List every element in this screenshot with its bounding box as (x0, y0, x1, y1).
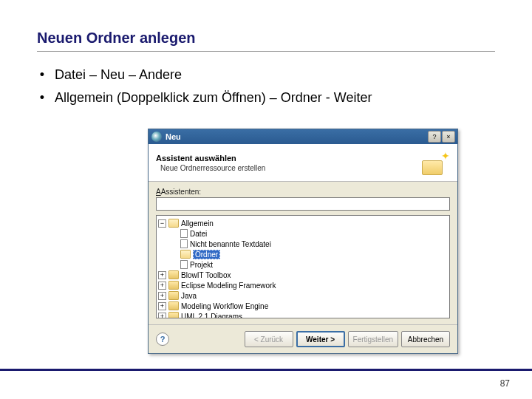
tree-item[interactable]: + Modeling Workflow Engine (158, 301, 448, 311)
tree-item-label: BlowIT Toolbox (181, 271, 231, 279)
expand-icon[interactable]: + (158, 282, 166, 290)
wizard-heading: Assistent auswählen (156, 154, 422, 163)
next-button[interactable]: Weiter > (296, 331, 345, 347)
wizard-banner-icon: ✦ (422, 150, 450, 175)
tree-item-label: UML 2.1 Diagrams (181, 313, 242, 319)
finish-button[interactable]: Fertigstellen (348, 331, 398, 347)
dialog-button-bar: ? < Zurück Weiter > Fertigstellen Abbrec… (149, 324, 457, 353)
dialog-titlebar[interactable]: Neu ? × (149, 129, 457, 144)
bullet-item: • Allgemein (Doppelklick zum Öffnen) – O… (37, 88, 495, 108)
tree-item[interactable]: + BlowIT Toolbox (158, 270, 448, 280)
wizard-banner: Assistent auswählen Neue Ordnerressource… (149, 144, 457, 182)
wizard-tree[interactable]: − Allgemein Datei Nicht benannte Textdat… (156, 215, 450, 318)
folder-open-icon (168, 219, 179, 228)
tree-item[interactable]: + Eclipse Modeling Framework (158, 280, 448, 290)
page-title: Neuen Ordner anlegen (37, 30, 495, 52)
tree-item-projekt[interactable]: Projekt (158, 259, 448, 270)
tree-item[interactable]: + UML 2.1 Diagrams (158, 311, 448, 318)
close-window-button[interactable]: × (442, 131, 455, 143)
tree-item-label: Java (181, 292, 197, 300)
system-icon (151, 132, 162, 142)
tree-item-label: Eclipse Modeling Framework (181, 282, 276, 290)
tree-item-label: Allgemein (181, 219, 214, 228)
folder-icon (168, 281, 179, 290)
folder-icon (422, 160, 443, 175)
tree-item-label: Projekt (190, 261, 213, 269)
new-wizard-dialog: Neu ? × Assistent auswählen Neue Ordnerr… (148, 129, 458, 354)
bullet-item: • Datei – Neu – Andere (37, 65, 495, 85)
expand-icon[interactable]: + (158, 313, 166, 319)
tree-item-label-selected: Ordner (193, 250, 220, 259)
context-help-button[interactable]: ? (156, 332, 169, 346)
back-button[interactable]: < Zurück (245, 331, 293, 347)
folder-icon (168, 291, 179, 300)
bullet-text: Datei – Neu – Andere (55, 65, 495, 85)
footer-divider (0, 369, 532, 371)
collapse-icon[interactable]: − (158, 219, 166, 228)
tree-item-label: Datei (190, 230, 207, 238)
tree-item-datei[interactable]: Datei (158, 228, 448, 239)
tree-item-label: Nicht benannte Textdatei (190, 240, 271, 248)
help-window-button[interactable]: ? (428, 131, 441, 143)
cancel-button[interactable]: Abbrechen (401, 331, 450, 347)
tree-item[interactable]: + Java (158, 290, 448, 301)
wizard-subheading: Neue Ordnerressource erstellen (156, 164, 422, 172)
star-icon: ✦ (441, 150, 450, 162)
tree-item-ordner[interactable]: Ordner (158, 249, 448, 259)
wizard-filter-input[interactable] (156, 197, 450, 211)
file-icon (180, 229, 188, 238)
filter-label: AAssistenten: (156, 188, 450, 196)
tree-item-label: Modeling Workflow Engine (181, 302, 268, 310)
file-icon (180, 239, 188, 248)
bullet-text: Allgemein (Doppelklick zum Öffnen) – Ord… (55, 88, 495, 108)
file-icon (180, 260, 188, 269)
bullet-dot-icon: • (37, 88, 47, 108)
folder-open-icon (180, 250, 191, 259)
folder-icon (168, 312, 179, 318)
expand-icon[interactable]: + (158, 271, 166, 279)
filter-label-text: Assistenten: (161, 188, 201, 196)
bullet-dot-icon: • (37, 65, 47, 85)
tree-item-textdatei[interactable]: Nicht benannte Textdatei (158, 239, 448, 249)
tree-item-allgemein[interactable]: − Allgemein (158, 218, 448, 228)
dialog-title: Neu (166, 132, 428, 141)
expand-icon[interactable]: + (158, 292, 166, 300)
expand-icon[interactable]: + (158, 302, 166, 310)
folder-icon (168, 301, 179, 310)
bullet-list: • Datei – Neu – Andere • Allgemein (Dopp… (37, 65, 495, 108)
page-number: 87 (500, 378, 510, 389)
folder-icon (168, 270, 179, 279)
